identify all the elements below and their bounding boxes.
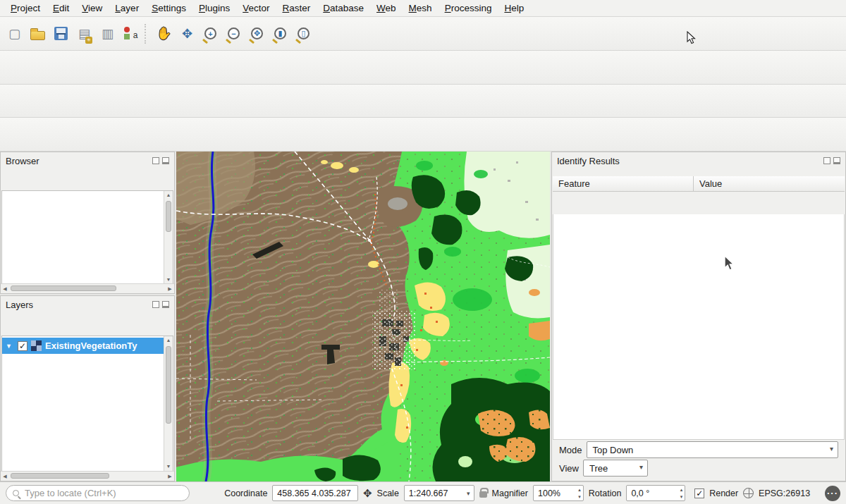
messages-icon[interactable]: ··· xyxy=(825,486,840,501)
layers-tree[interactable]: ▼ ✓ ExistingVegetationTy ▲▼ xyxy=(1,336,173,472)
pan-to-selection-button[interactable]: ✥▾ xyxy=(176,22,199,46)
menu-item-project[interactable]: Project xyxy=(4,1,47,16)
toolbar-row-2 xyxy=(0,51,846,85)
layers-float-icon[interactable] xyxy=(152,301,159,308)
menu-bar: ProjectEditViewLayerSettingsPluginsVecto… xyxy=(0,0,846,17)
menu-item-raster[interactable]: Raster xyxy=(276,1,317,16)
coordinate-label: Coordinate xyxy=(224,488,267,498)
zoom-in-button[interactable]: +▾ xyxy=(199,22,222,46)
menu-item-vector[interactable]: Vector xyxy=(236,1,276,16)
view-select[interactable]: Tree xyxy=(583,460,648,477)
render-checkbox[interactable]: ✓ xyxy=(694,488,704,498)
menu-item-plugins[interactable]: Plugins xyxy=(192,1,236,16)
raster-layer-icon xyxy=(31,340,42,351)
browser-hscrollbar[interactable]: ◀▶ xyxy=(1,283,174,293)
rotation-spinbox[interactable]: 0,0 ° xyxy=(626,485,685,501)
browser-toolbar xyxy=(1,169,174,172)
menu-item-view[interactable]: View xyxy=(75,1,109,16)
identify-panel-title: Identify Results xyxy=(552,152,845,169)
menu-item-layer[interactable]: Layer xyxy=(109,1,145,16)
vegetation-raster-map xyxy=(176,152,550,481)
map-canvas[interactable] xyxy=(176,152,550,481)
render-label: Render xyxy=(709,488,738,498)
active-layer-label: ExistingVegetationTy xyxy=(45,340,137,351)
identify-results-panel: Identify Results Feature Value Mode Top … xyxy=(551,152,846,481)
menu-item-mesh[interactable]: Mesh xyxy=(403,1,439,16)
locator-input[interactable] xyxy=(25,488,183,498)
browser-panel: Browser ▲▼ ◀▶ xyxy=(0,152,175,294)
identify-mode-row: Mode Top Down xyxy=(553,440,844,460)
zoom-full-button[interactable]: ✥▾ xyxy=(245,22,269,46)
browser-float-icon[interactable] xyxy=(152,157,159,164)
open-project-button[interactable]: ▾ xyxy=(26,22,49,46)
identify-toolbar xyxy=(552,169,845,172)
pan-map-button[interactable]: ✋▾ xyxy=(152,22,176,46)
identify-float-icon[interactable] xyxy=(823,157,830,164)
mode-select[interactable]: Top Down xyxy=(587,441,838,458)
crs-globe-icon[interactable] xyxy=(743,488,754,498)
menu-item-processing[interactable]: Processing xyxy=(439,1,498,16)
layers-toolbar xyxy=(1,313,174,316)
layer-visibility-checkbox[interactable]: ✓ xyxy=(18,341,27,351)
identify-view-row: View Tree xyxy=(553,458,654,478)
value-column-header[interactable]: Value xyxy=(694,178,722,189)
layers-title-label: Layers xyxy=(6,300,33,310)
layers-panel: Layers ▼ ✓ ExistingVegetationTy ▲▼ ◀▶ xyxy=(0,295,175,481)
search-icon xyxy=(13,490,19,496)
panel-splitter[interactable] xyxy=(0,294,175,295)
active-layer-row[interactable]: ▼ ✓ ExistingVegetationTy xyxy=(2,338,164,354)
browser-panel-title: Browser xyxy=(1,152,174,169)
browser-close-icon[interactable] xyxy=(162,157,169,164)
crs-value[interactable]: EPSG:26913 xyxy=(759,488,810,498)
show-layout-manager-button[interactable]: ▥▾ xyxy=(96,22,119,46)
scale-label: Scale xyxy=(377,488,399,498)
identify-title-label: Identify Results xyxy=(557,156,620,166)
zoom-to-selection-button[interactable]: ▮▾ xyxy=(269,22,292,46)
layers-close-icon[interactable] xyxy=(162,301,169,308)
zoom-out-button[interactable]: −▾ xyxy=(222,22,245,46)
qgis-window: ProjectEditViewLayerSettingsPluginsVecto… xyxy=(0,0,846,504)
sep: ▾ xyxy=(145,24,150,44)
identify-close-icon[interactable] xyxy=(833,157,840,164)
extents-icon[interactable]: ✥ xyxy=(363,487,372,500)
menu-item-database[interactable]: Database xyxy=(317,1,370,16)
toolbar-row-3 xyxy=(0,85,846,118)
layers-vscrollbar[interactable]: ▲▼ xyxy=(164,336,173,471)
browser-vscrollbar[interactable]: ▲▼ xyxy=(164,191,173,284)
style-manager-button[interactable]: a▾ xyxy=(119,22,142,46)
collapse-arrow-icon[interactable]: ▼ xyxy=(6,343,14,350)
magnifier-spinbox[interactable]: 100% xyxy=(533,485,584,501)
view-label: View xyxy=(559,463,579,474)
new-project-button[interactable]: ▢▾ xyxy=(3,22,26,46)
identify-results-body[interactable] xyxy=(553,214,845,440)
layers-panel-title: Layers xyxy=(1,296,174,313)
identify-table-header: Feature Value xyxy=(553,176,845,192)
magnifier-label: Magnifier xyxy=(492,488,528,498)
locator-search[interactable] xyxy=(6,485,190,501)
save-project-button[interactable]: ▾ xyxy=(49,22,73,46)
lock-scale-icon[interactable] xyxy=(479,491,487,498)
status-bar: Coordinate 458.365 4.035.287 ✥ Scale 1:2… xyxy=(0,481,846,504)
menu-item-edit[interactable]: Edit xyxy=(47,1,75,16)
rotation-label: Rotation xyxy=(589,488,622,498)
menu-item-settings[interactable]: Settings xyxy=(145,1,192,16)
scale-select[interactable]: 1:240.667 xyxy=(404,485,474,501)
toolbar-row-1: ▢▾▾▾▤▾▥▾a▾▾✋▾✥▾+▾−▾✥▾▮▾▯▾ xyxy=(0,17,846,51)
menu-item-help[interactable]: Help xyxy=(498,1,530,16)
toolbar-row-4 xyxy=(0,118,846,152)
new-print-layout-button[interactable]: ▤▾ xyxy=(73,22,96,46)
browser-tree[interactable]: ▲▼ xyxy=(1,190,173,285)
feature-column-header[interactable]: Feature xyxy=(553,176,694,191)
mode-label: Mode xyxy=(559,445,582,455)
browser-title-label: Browser xyxy=(6,156,39,166)
zoom-to-layer-button[interactable]: ▯▾ xyxy=(292,22,315,46)
coordinate-field[interactable]: 458.365 4.035.287 xyxy=(272,485,358,501)
layers-hscrollbar[interactable]: ◀▶ xyxy=(1,471,174,480)
menu-item-web[interactable]: Web xyxy=(370,1,403,16)
